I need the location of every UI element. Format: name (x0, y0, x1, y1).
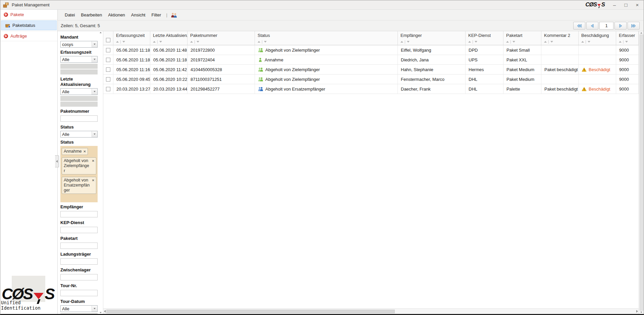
column-header-paketnummer[interactable]: Paketnummer| (187, 31, 255, 45)
remove-tag-icon[interactable]: ✕ (92, 178, 95, 183)
logo-subtitle: Unified Identification (1, 300, 57, 311)
filter-input-empfänger[interactable] (60, 211, 98, 217)
maximize-button[interactable]: □ (622, 2, 630, 8)
sort-descending-icon[interactable] (197, 41, 199, 43)
sidebar-item-paketstatus[interactable]: Paketstatus (1, 20, 57, 30)
cell-text: 2019722800 (191, 48, 215, 53)
sort-descending-icon[interactable] (407, 41, 410, 43)
table-row[interactable]: 05.06.2020 11:1805.06.2020 11:48:1420197… (103, 45, 639, 55)
column-header-empfänger[interactable]: Empfänger| (398, 31, 466, 45)
sort-separator: | (623, 40, 624, 44)
filter-select-tour-datum[interactable]: Alle (60, 305, 98, 312)
filter-select-status[interactable]: Alle (60, 131, 98, 138)
row-checkbox[interactable] (106, 67, 110, 72)
table-row[interactable]: 20.03.2020 13:2720.03.2020 13:44:0720129… (103, 84, 639, 94)
select-all-checkbox[interactable] (106, 38, 110, 42)
filter-input-zwischenlager[interactable] (60, 274, 98, 280)
sort-descending-icon[interactable] (588, 41, 590, 43)
row-checkbox[interactable] (106, 77, 110, 82)
menu-aktionen[interactable]: Aktionen (105, 11, 128, 19)
sort-separator: | (262, 40, 263, 44)
previous-page-button[interactable] (586, 22, 598, 30)
menu-datei[interactable]: Datei (62, 11, 78, 19)
filter-input-paketart[interactable] (60, 243, 98, 249)
cell-text: Fenstermacher, Marco (401, 77, 444, 82)
dropdown-button[interactable] (92, 131, 97, 137)
sidebar-item-aufträge[interactable]: Aufträge (0, 31, 57, 41)
menu-bearbeiten[interactable]: Bearbeiten (78, 11, 105, 19)
filter-select-erfassungszeit[interactable]: Alle (60, 56, 98, 63)
horizontal-scroll-thumb[interactable] (106, 310, 395, 313)
last-page-button[interactable] (628, 22, 640, 30)
column-header-status[interactable]: Status| (255, 31, 398, 45)
menu-filter[interactable]: Filter (148, 11, 164, 19)
sort-ascending-icon[interactable] (116, 41, 119, 43)
column-header-erfasser[interactable]: Erfasser| (616, 31, 639, 45)
next-page-button[interactable] (614, 22, 627, 30)
cell-letzte-aktualisierung: 05.06.2020 11:18:33 (150, 55, 187, 64)
scroll-down-icon[interactable] (640, 312, 642, 313)
sort-ascending-icon[interactable] (153, 41, 156, 43)
sort-descending-icon[interactable] (264, 41, 267, 43)
minimize-button[interactable]: – (611, 2, 618, 8)
sort-ascending-icon[interactable] (544, 41, 547, 43)
filter-select-letzte-aktualisierung[interactable]: Alle (60, 88, 98, 95)
sort-ascending-icon[interactable] (190, 41, 193, 43)
first-page-button[interactable] (573, 22, 585, 30)
sort-descending-icon[interactable] (625, 41, 628, 43)
cell-text: Paket beschädigt (544, 67, 578, 72)
cell-text: 05.06.2020 11:42:33 (153, 67, 187, 72)
column-header-kommentar-2[interactable]: Kommentar 2| (541, 31, 579, 45)
cell-status: Abgeholt von Zielempfänger (255, 74, 398, 84)
menu-ansicht[interactable]: Ansicht (128, 11, 149, 19)
remove-tag-icon[interactable]: ✕ (83, 149, 86, 154)
row-checkbox[interactable] (106, 58, 110, 62)
sort-ascending-icon[interactable] (400, 41, 403, 43)
filter-collapse-handle[interactable] (55, 155, 59, 167)
sort-descending-icon[interactable] (159, 41, 162, 43)
scroll-down-icon[interactable] (100, 312, 102, 313)
filter-input-paketnummer[interactable] (60, 115, 98, 122)
filter-input-ladungsträger[interactable] (60, 258, 98, 265)
vertical-scroll-thumb[interactable] (640, 35, 643, 311)
filter-label-tour-datum: Tour-Datum (60, 299, 98, 304)
close-button[interactable]: × (634, 2, 641, 8)
column-header-erfassungszeit[interactable]: Erfassungszeit| (113, 31, 150, 45)
scroll-left-icon[interactable] (104, 310, 106, 313)
dropdown-button[interactable] (92, 89, 97, 95)
page-number-input[interactable]: 1 (599, 22, 613, 30)
sort-descending-icon[interactable] (550, 41, 553, 43)
table-row[interactable]: 05.06.2020 09:4505.06.2020 10:22:0587110… (103, 74, 639, 84)
table-row[interactable]: 05.06.2020 11:1605.06.2020 11:42:3341044… (103, 65, 639, 74)
sort-ascending-icon[interactable] (506, 41, 509, 43)
column-header-beschädigung[interactable]: Beschädigung| (579, 31, 616, 45)
sort-descending-icon[interactable] (122, 41, 125, 43)
column-header-paketart[interactable]: Paketart| (503, 31, 541, 45)
sort-ascending-icon[interactable] (619, 41, 622, 43)
column-header-letzte-aktualisierung[interactable]: Letzte Aktualisierung| (150, 31, 187, 45)
cell-status: Abgeholt von Ersatzempfänger (255, 84, 398, 94)
sort-descending-icon[interactable] (513, 41, 515, 43)
scroll-right-icon[interactable] (636, 310, 638, 313)
column-header-kep-dienst[interactable]: KEP-Dienst| (466, 31, 503, 45)
column-label: Letzte Aktualisierung (153, 33, 187, 38)
scroll-up-icon[interactable] (100, 32, 102, 33)
sort-ascending-icon[interactable] (468, 41, 471, 43)
sort-descending-icon[interactable] (475, 41, 477, 43)
sort-ascending-icon[interactable] (258, 41, 260, 43)
row-checkbox[interactable] (106, 87, 110, 91)
row-checkbox[interactable] (106, 48, 110, 52)
sidebar: Pakete PaketstatusAufträge CØSS Unified … (0, 10, 58, 314)
remove-tag-icon[interactable]: ✕ (92, 158, 95, 163)
filter-input-tour-nr[interactable] (60, 290, 98, 296)
table-row[interactable]: 05.06.2020 11:1805.06.2020 11:18:3320197… (103, 55, 639, 65)
dropdown-button[interactable] (92, 56, 97, 62)
filter-input-kep-dienst[interactable] (60, 227, 98, 233)
scroll-up-icon[interactable] (640, 32, 642, 34)
filter-select-mandant[interactable]: cosys (60, 41, 98, 48)
logo-letter: S (23, 286, 33, 302)
sidebar-item-pakete[interactable]: Pakete (0, 10, 57, 20)
dropdown-button[interactable] (92, 306, 97, 312)
dropdown-button[interactable] (92, 41, 97, 47)
sort-ascending-icon[interactable] (581, 41, 584, 43)
